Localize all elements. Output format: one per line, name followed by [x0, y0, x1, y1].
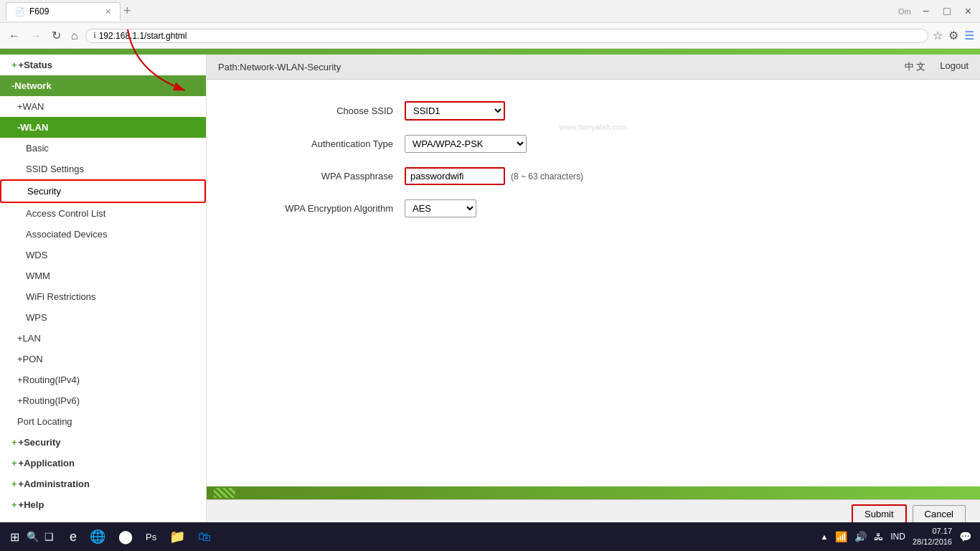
sidebar-item-port-locating[interactable]: Port Locating: [0, 411, 206, 432]
sidebar-item-wds[interactable]: WDS: [0, 245, 206, 265]
content-panel: Path:Network-WLAN-Security 中 文 Logout ww…: [207, 55, 980, 528]
home-button[interactable]: ⌂: [68, 28, 81, 44]
bottom-bar-pattern: [214, 488, 235, 498]
browser-toolbar: ← → ↻ ⌂ ℹ ☆ ⚙ ☰: [0, 23, 980, 49]
encryption-row: WPA Encryption Algorithm AES TKIP AES+TK…: [235, 199, 951, 217]
logout-link[interactable]: Logout: [940, 60, 969, 73]
sidebar-item-network[interactable]: -Network: [0, 75, 206, 96]
sidebar-item-pon[interactable]: +PON: [0, 349, 206, 369]
taskbar-network-icon[interactable]: 🖧: [874, 532, 883, 542]
sidebar-item-wmm[interactable]: WMM: [0, 265, 206, 286]
sidebar-ssid-label: SSID Settings: [26, 164, 84, 174]
taskbar-notification-button[interactable]: 💬: [959, 531, 971, 542]
lang-switch-link[interactable]: 中 文: [905, 60, 926, 73]
submit-button[interactable]: Submit: [852, 504, 906, 524]
taskbar-view-button[interactable]: ❑: [39, 531, 60, 542]
cancel-button[interactable]: Cancel: [913, 505, 966, 523]
security-plus-icon: +: [11, 437, 17, 448]
start-button[interactable]: ⊞: [3, 527, 27, 547]
wpa-passphrase-input[interactable]: [405, 167, 505, 185]
taskbar-apps: e 🌐 ⬤ Ps 📁 🛍: [60, 527, 221, 546]
sidebar-item-ssid-settings[interactable]: SSID Settings: [0, 159, 206, 179]
sidebar-item-wifi-restrictions[interactable]: WiFi Restrictions: [0, 286, 206, 307]
window-controls: Om − □ ×: [898, 5, 974, 18]
close-button[interactable]: ×: [962, 5, 974, 18]
minimize-button[interactable]: −: [920, 5, 932, 18]
sidebar-item-application[interactable]: + +Application: [0, 453, 206, 474]
wpa-passphrase-control: (8 ~ 63 characters): [405, 167, 583, 185]
taskbar-datetime: 07.17 28/12/2016: [913, 526, 952, 548]
new-tab-button[interactable]: +: [123, 4, 131, 19]
header-links: 中 文 Logout: [905, 60, 969, 73]
taskbar-lang-label: IND: [890, 532, 905, 542]
encryption-label: WPA Encryption Algorithm: [235, 203, 393, 214]
back-button[interactable]: ←: [6, 28, 23, 44]
sidebar-routing-ipv6-label: +Routing(IPv6): [17, 395, 80, 406]
sidebar-item-wan[interactable]: +WAN: [0, 96, 206, 117]
sidebar: + +Status -Network +WAN -WLAN Basic SSID…: [0, 55, 207, 528]
sidebar-item-acl[interactable]: Access Control List: [0, 203, 206, 224]
bookmark-star-button[interactable]: ☆: [933, 29, 943, 42]
forward-button[interactable]: →: [27, 28, 44, 44]
sidebar-acl-label: Access Control List: [26, 208, 105, 219]
main-content: + +Status -Network +WAN -WLAN Basic SSID…: [0, 55, 980, 528]
address-input[interactable]: [99, 31, 920, 41]
sidebar-pon-label: +PON: [17, 354, 43, 364]
sidebar-item-routing-ipv4[interactable]: +Routing(IPv4): [0, 369, 206, 390]
sidebar-wan-label: +WAN: [17, 101, 44, 112]
ssid-select[interactable]: SSID1 SSID2 SSID3 SSID4: [405, 101, 505, 121]
taskbar-edge-icon[interactable]: e: [65, 528, 81, 546]
address-bar[interactable]: ℹ: [85, 29, 928, 43]
extension-label: Om: [898, 7, 911, 16]
ssid-control: SSID1 SSID2 SSID3 SSID4: [405, 101, 505, 121]
taskbar-time-label: 07.17: [913, 526, 952, 537]
sidebar-item-lan[interactable]: +LAN: [0, 328, 206, 349]
sidebar-status-label: +Status: [19, 60, 52, 70]
help-plus-icon: +: [11, 499, 17, 510]
taskbar-photoshop-icon[interactable]: Ps: [141, 530, 161, 544]
tab-close-button[interactable]: ×: [105, 6, 111, 17]
content-header: Path:Network-WLAN-Security 中 文 Logout: [207, 55, 980, 80]
taskbar-wifi-icon[interactable]: 📶: [835, 531, 847, 542]
taskbar-right: ▲ 📶 🔊 🖧 IND 07.17 28/12/2016 💬: [814, 526, 977, 548]
sidebar-assoc-label: Associated Devices: [26, 229, 107, 240]
sidebar-item-routing-ipv6[interactable]: +Routing(IPv6): [0, 390, 206, 411]
auth-type-select[interactable]: WPA/WPA2-PSK WPA-PSK WPA2-PSK None: [405, 135, 527, 153]
sidebar-item-status[interactable]: + +Status: [0, 55, 206, 75]
browser-tab[interactable]: 📄 F609 ×: [6, 2, 121, 21]
sidebar-item-help[interactable]: + +Help: [0, 494, 206, 515]
sidebar-item-administration[interactable]: + +Administration: [0, 474, 206, 494]
auth-type-row: Authentication Type WPA/WPA2-PSK WPA-PSK…: [235, 135, 951, 153]
sidebar-wps-label: WPS: [26, 312, 47, 323]
ssid-row: Choose SSID SSID1 SSID2 SSID3 SSID4: [235, 101, 951, 121]
top-green-bar: [0, 49, 980, 55]
sidebar-item-wlan[interactable]: -WLAN: [0, 117, 206, 138]
sidebar-wmm-label: WMM: [26, 270, 50, 281]
sidebar-item-associated-devices[interactable]: Associated Devices: [0, 224, 206, 245]
sidebar-item-security[interactable]: Security: [0, 179, 206, 203]
sidebar-wifi-restrictions-label: WiFi Restrictions: [26, 291, 96, 302]
sidebar-security-section-label: +Security: [19, 437, 61, 448]
sidebar-item-security-section[interactable]: + +Security: [0, 432, 206, 453]
sidebar-item-wps[interactable]: WPS: [0, 307, 206, 328]
maximize-button[interactable]: □: [941, 5, 953, 18]
sidebar-wds-label: WDS: [26, 250, 47, 260]
taskbar-explorer-icon[interactable]: 📁: [165, 527, 189, 546]
taskbar-store-icon[interactable]: 🛍: [194, 528, 215, 546]
auth-type-control: WPA/WPA2-PSK WPA-PSK WPA2-PSK None: [405, 135, 527, 153]
refresh-button[interactable]: ↻: [49, 27, 64, 44]
taskbar-volume-icon[interactable]: 🔊: [854, 531, 867, 542]
taskbar-chrome-icon[interactable]: ⬤: [114, 527, 137, 546]
sidebar-application-label: +Application: [19, 458, 75, 468]
chrome-menu-button[interactable]: ☰: [964, 29, 974, 42]
encryption-select[interactable]: AES TKIP AES+TKIP: [405, 199, 476, 217]
extensions-button[interactable]: ⚙: [948, 29, 958, 42]
taskbar-notify-icon: ▲: [820, 532, 828, 541]
taskbar-ie-icon[interactable]: 🌐: [85, 527, 110, 546]
wpa-passphrase-label: WPA Passphrase: [235, 171, 393, 182]
browser-titlebar: 📄 F609 × + Om − □ ×: [0, 0, 980, 23]
sidebar-item-basic[interactable]: Basic: [0, 138, 206, 159]
sidebar-wlan-label: -WLAN: [17, 122, 48, 133]
sidebar-help-label: +Help: [19, 499, 44, 510]
taskbar-search-icon: 🔍: [27, 531, 39, 542]
